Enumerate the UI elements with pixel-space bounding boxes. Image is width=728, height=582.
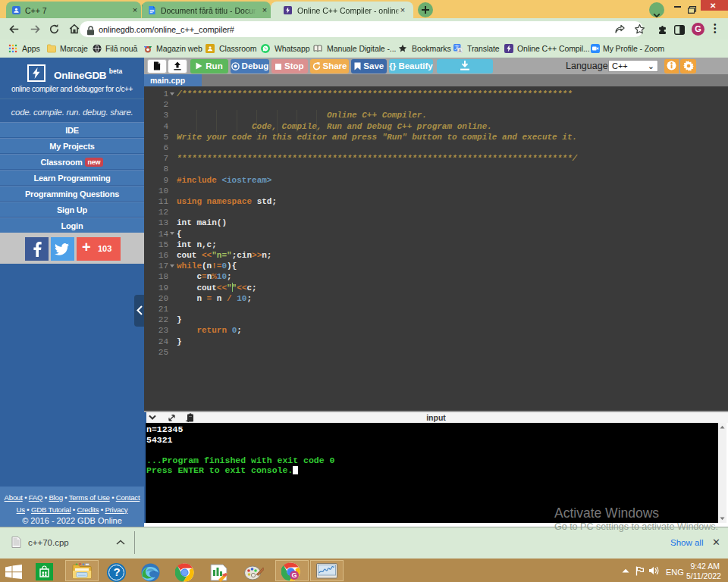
svg-text:G: G bbox=[291, 571, 297, 579]
svg-text:A: A bbox=[459, 48, 462, 53]
